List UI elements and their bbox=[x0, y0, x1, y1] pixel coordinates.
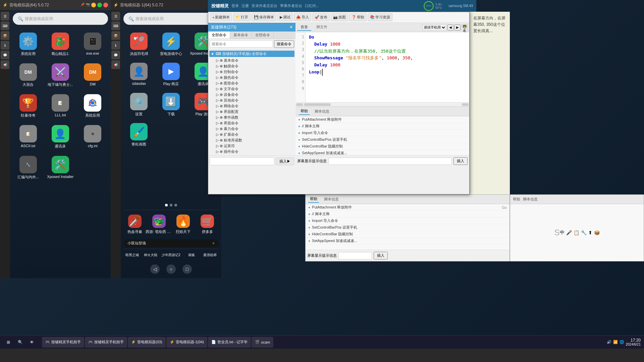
prev-button[interactable]: ◀ bbox=[447, 24, 453, 31]
br-item-2[interactable]: ● // 脚本主释 bbox=[306, 211, 509, 218]
app-zuqiang[interactable]: 最强祖师 bbox=[201, 250, 219, 260]
taskbar-item-1[interactable]: 🎮 按键精灵手机助手 bbox=[42, 337, 84, 348]
back-button[interactable]: ◁ bbox=[150, 264, 160, 274]
app-chrome[interactable]: 系统应用 bbox=[77, 92, 108, 121]
taskbar-item-6[interactable]: 🎬 ocam bbox=[252, 337, 273, 348]
app-xiyou[interactable]: 🐲 西游: 笔绘西 斗破苍穹: 崩 凡人修 bbox=[148, 212, 170, 237]
nav-dot-3[interactable] bbox=[174, 204, 177, 206]
br-insert-button[interactable]: 插入 bbox=[374, 252, 388, 259]
nw-item-touch[interactable]: ▷⊕ 触摸命令 bbox=[212, 63, 294, 69]
srp-icon-1[interactable]: 中 bbox=[560, 230, 565, 236]
br-input[interactable] bbox=[338, 252, 372, 259]
nw-item-control[interactable]: ▷⊕ 控制命令 bbox=[212, 69, 294, 75]
app-legend[interactable]: 🏆 狂暴传奇 bbox=[13, 92, 43, 121]
br-tab-help[interactable]: 帮助 bbox=[308, 196, 319, 203]
save-button[interactable]: 💾 保存脚本 bbox=[252, 13, 276, 21]
side-icon-6[interactable]: 📢 bbox=[1, 60, 9, 69]
minimize-button[interactable] bbox=[91, 3, 96, 7]
app-leigame[interactable]: ⚡ 雷电游戏中心 bbox=[156, 30, 187, 59]
header-login[interactable]: 登录 bbox=[231, 3, 239, 8]
br-item-3[interactable]: ● Import 导入命令 bbox=[306, 218, 509, 224]
notification-close[interactable]: × bbox=[212, 241, 215, 246]
bip-item-1[interactable]: ● PutAttachment 释放附件 bbox=[296, 116, 469, 123]
open-button[interactable]: 📁 打开 bbox=[233, 13, 251, 21]
close-button[interactable] bbox=[103, 3, 108, 7]
nw-item-color[interactable]: ▷⊕ 颜色命令 bbox=[212, 75, 294, 80]
bip-item-3[interactable]: ● Import 导入命令 bbox=[296, 130, 469, 136]
app-anhe[interactable]: 暗黑之城 bbox=[123, 250, 141, 260]
nw-item-ui[interactable]: ▷⊕ 界面命令 bbox=[212, 120, 294, 126]
side2-icon-2[interactable]: ⌨ bbox=[111, 21, 120, 30]
tray-icon-1[interactable]: 🔊 bbox=[607, 340, 611, 344]
tray-icon-3[interactable]: 🌐 bbox=[620, 340, 624, 344]
resources-button[interactable]: 📚 学习资源 bbox=[368, 13, 392, 21]
tray-icon-2[interactable]: 📶 bbox=[613, 340, 618, 344]
app-jibian[interactable]: 🔧 汇编与内外... bbox=[13, 153, 43, 182]
emulator2-search[interactable]: 🔍 搜索游戏或应用 bbox=[123, 13, 219, 25]
br-tab-info[interactable]: 脚本信息 bbox=[322, 196, 340, 202]
nw-item-uiconfig[interactable]: ▷⊕ 界面配置 bbox=[212, 109, 294, 115]
taskbar-item-3[interactable]: ⚡ 雷电模拟器(03) bbox=[128, 337, 166, 348]
code-editor-area[interactable]: 1 2 3 4 5 6 7 8 9 Do Delay 1000 //以当前屏幕方… bbox=[296, 32, 469, 102]
srp-icon-4[interactable]: 🔧 bbox=[581, 230, 587, 235]
bip-item-6[interactable]: ● SetAppSpeed 加速或减速... bbox=[296, 150, 469, 155]
app-xiyou2[interactable]: 少年西游记2 bbox=[160, 250, 182, 260]
run-button[interactable]: ▶ 调试 bbox=[277, 13, 293, 21]
clock[interactable]: 17:20 2024/6/21 bbox=[626, 338, 641, 346]
nw-tab-all2[interactable]: 全部命令 bbox=[252, 32, 274, 39]
app-download[interactable]: ⬇️ 下载 bbox=[156, 90, 187, 119]
nw-close-icon[interactable]: ✕ bbox=[289, 25, 293, 29]
nav-dot-2[interactable] bbox=[170, 204, 172, 206]
srp-icon-3[interactable]: 📋 bbox=[574, 230, 579, 235]
nw-item-ext[interactable]: ▷⊕ 扩展命令 bbox=[212, 132, 294, 137]
br-item-6[interactable]: ● SetAppSpeed 加速或减速... bbox=[306, 238, 509, 244]
home-button[interactable]: ○ bbox=[166, 264, 176, 274]
nw-item-force[interactable]: ▷⊕ 暴力命令 bbox=[212, 126, 294, 132]
bip-tab-help[interactable]: 帮助 bbox=[299, 108, 310, 115]
side-icon-2[interactable]: ⌨ bbox=[1, 21, 9, 30]
app-dm2[interactable]: DM DM bbox=[77, 61, 108, 90]
teacher-button[interactable]: 👨‍🏫名师辅导 bbox=[462, 24, 468, 31]
app-badminton[interactable]: 🏸 决战羽毛球 bbox=[123, 30, 155, 59]
nav-dot-1[interactable] bbox=[165, 204, 168, 206]
br-item-5[interactable]: ● HideControlBar 隐藏控制 bbox=[306, 231, 509, 238]
nw-item-device[interactable]: ▷⊕ 设备命令 bbox=[212, 92, 294, 98]
side2-icon-5[interactable]: 💬 bbox=[111, 51, 120, 59]
app-pdd[interactable]: 🛒 拼多多 bbox=[196, 212, 219, 237]
publish-button[interactable]: 🚀 发布 bbox=[312, 13, 330, 21]
app-googleplay[interactable]: ▶ Play 商店 bbox=[156, 60, 187, 89]
app-contacts[interactable]: 👤 通讯录 bbox=[45, 122, 75, 152]
side2-icon-1[interactable]: ☰ bbox=[111, 12, 120, 20]
help-button[interactable]: ❓ 帮助 bbox=[349, 13, 367, 21]
nw-tree-root[interactable]: ▼ ⌨ 按键精灵(手机版)-全部命令 bbox=[209, 51, 294, 57]
code-scrollbar[interactable] bbox=[296, 102, 469, 106]
br-item-4[interactable]: ● SetControlBarPos 设置手机 bbox=[306, 224, 509, 231]
srp-icon-2[interactable]: 🎤 bbox=[566, 230, 572, 235]
import-button[interactable]: 📥 导入 bbox=[294, 13, 311, 21]
side-icon-5[interactable]: 💬 bbox=[1, 51, 9, 59]
insert-input[interactable] bbox=[210, 157, 274, 165]
app-sdasdas[interactable]: 👤 sdasdas bbox=[123, 60, 155, 89]
srp-icon-5[interactable]: ⬆ bbox=[588, 230, 592, 235]
bip-item-2[interactable]: ● // 脚本主释 bbox=[296, 123, 469, 130]
bip-item-5[interactable]: ● HideControlBar 隐藏控制 bbox=[296, 143, 469, 150]
app-shenhuo[interactable]: 神火大陆 bbox=[142, 250, 160, 260]
command-search-input[interactable] bbox=[210, 40, 273, 48]
cortana-button[interactable]: 👁 bbox=[27, 337, 37, 347]
app-dm[interactable]: DM 大混合 bbox=[13, 61, 43, 90]
nw-tab-basic[interactable]: 基本命令 bbox=[230, 32, 252, 39]
nw-item-net[interactable]: ▷⊕ 网络命令 bbox=[212, 103, 294, 109]
new-script-button[interactable]: + 新建脚本 bbox=[210, 13, 232, 21]
insert-button[interactable]: 插入▶ bbox=[276, 158, 294, 165]
side-icon-3[interactable]: 📦 bbox=[1, 31, 9, 40]
nw-item-text[interactable]: ▷⊕ 文字命令 bbox=[212, 86, 294, 92]
side2-icon-3[interactable]: 📦 bbox=[111, 31, 120, 40]
nw-item-graph[interactable]: ▷⊕ 图形命令 bbox=[212, 80, 294, 86]
side-icon-1[interactable]: ☰ bbox=[1, 12, 9, 20]
next-button[interactable]: ▶ bbox=[454, 24, 461, 31]
nw-item-basic[interactable]: ▷ ⊕ 基本命令 bbox=[212, 58, 294, 63]
app-huli[interactable]: 画狐 bbox=[183, 250, 201, 260]
app-lieyan[interactable]: 🔥 烈焰天下 bbox=[172, 212, 195, 237]
code-content[interactable]: Do Delay 1000 //以当前屏幕方向，在屏幕350, 350这个位置 … bbox=[306, 32, 469, 102]
app-shushanl[interactable]: 🐉 蜀山精品1: bbox=[45, 30, 75, 59]
